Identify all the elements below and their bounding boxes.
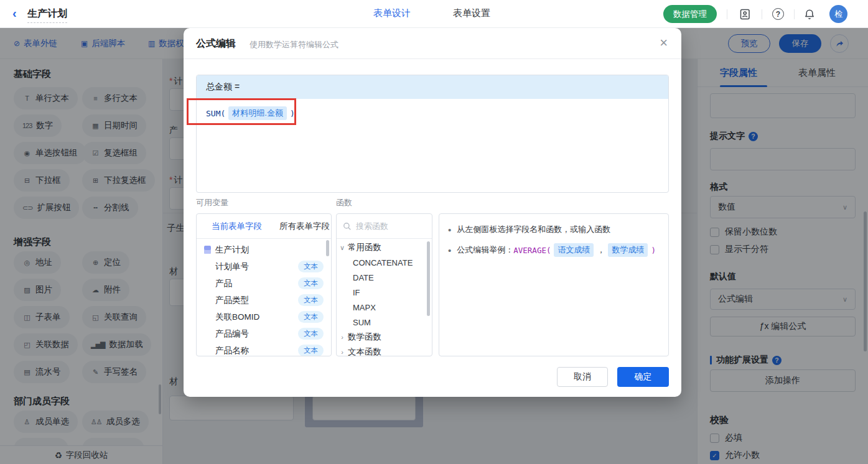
chevron-right-icon: › [337,348,348,356]
type-badge: 文本 [298,311,324,323]
bullet-icon: • [448,225,451,235]
formula-function: SUM( [206,109,225,118]
formula-field-chip[interactable]: 材料明细.金额 [228,106,287,120]
modal-subtitle: 使用数学运算符编辑公式 [250,39,338,50]
document-icon [204,246,211,254]
function-group-common[interactable]: ∨常用函数 [337,240,432,255]
avatar[interactable]: 检 [829,5,847,23]
data-manage-button[interactable]: 数据管理 [663,5,717,23]
type-badge: 文本 [298,277,324,289]
function-item[interactable]: MAPX [337,300,432,315]
variable-field-row[interactable]: 关联BOMID文本 [197,309,331,325]
variables-label: 可用变量 [196,197,228,208]
back-icon[interactable]: ‹ [12,6,17,21]
hint-line-1: • 从左侧面板选择字段名和函数，或输入函数 [448,224,660,235]
example-close-paren: ) [651,246,656,255]
function-item[interactable]: CONCATENATE [337,255,432,270]
example-field-chip: 数学成绩 [608,243,648,257]
cancel-button[interactable]: 取消 [557,367,608,387]
formula-target: 总金额 = [197,75,668,99]
tab-current-form-fields[interactable]: 当前表单字段 [212,221,262,232]
search-input[interactable] [356,221,418,231]
hint-line-2: • 公式编辑举例： AVERAGE( 语文成绩 ， 数学成绩 ) [448,243,660,257]
modal-header: 公式编辑 使用数学运算符编辑公式 × [184,28,681,59]
formula-close-paren: ) [290,109,295,118]
example-field-chip: 语文成绩 [554,243,594,257]
modal-title: 公式编辑 [196,37,236,50]
help-icon[interactable]: ? [772,7,785,21]
type-badge: 文本 [298,345,324,356]
function-group-text[interactable]: ›文本函数 [337,345,432,356]
divider [762,9,762,19]
tree-root[interactable]: 生产计划 [197,241,331,258]
function-search[interactable] [337,214,432,239]
divider [794,9,795,19]
bullet-icon: • [448,245,451,256]
tab-form-design[interactable]: 表单设计 [373,7,411,19]
chevron-right-icon: › [337,333,348,341]
type-badge: 文本 [298,261,324,272]
formula-edit-modal: 公式编辑 使用数学运算符编辑公式 × 总金额 = SUM( 材料明细.金额 ) … [184,28,681,397]
app: ‹ 生产计划 表单设计 表单设置 数据管理 ? 检 ⊘ 表 [0,0,868,464]
formula-expression[interactable]: SUM( 材料明细.金额 ) [206,106,295,120]
top-bar: ‹ 生产计划 表单设计 表单设置 数据管理 ? 检 [0,0,868,28]
variable-field-row[interactable]: 产品编号文本 [197,325,331,342]
function-item[interactable]: DATE [337,270,432,285]
close-icon[interactable]: × [660,35,668,51]
variables-scrollbar[interactable] [326,240,329,256]
example-comma: ， [597,244,605,256]
function-item[interactable]: SUM [337,315,432,330]
page-title: 生产计划 [27,7,67,23]
contact-book-icon[interactable] [738,7,751,21]
example-function: AVERAGE( [513,246,551,255]
chevron-down-icon: ∨ [337,244,348,252]
function-item[interactable]: IF [337,285,432,300]
variable-field-row[interactable]: 计划单号文本 [197,258,331,275]
notification-bell-icon[interactable] [803,7,816,21]
function-group-math[interactable]: ›数学函数 [337,330,432,345]
functions-scrollbar[interactable] [427,241,430,316]
hints-panel: • 从左侧面板选择字段名和函数，或输入函数 • 公式编辑举例： AVERAGE(… [439,213,669,356]
variable-field-row[interactable]: 产品文本 [197,275,331,292]
variable-field-row[interactable]: 产品类型文本 [197,292,331,309]
type-badge: 文本 [298,294,324,306]
tab-form-settings[interactable]: 表单设置 [453,7,490,19]
variables-panel: 当前表单字段 所有表单字段 生产计划 计划单号文本 产品文本 产品类型文本 关联… [196,213,332,356]
variables-tabs: 当前表单字段 所有表单字段 [197,214,331,239]
variable-field-row[interactable]: 产品名称文本 [197,342,331,356]
formula-editor[interactable]: 总金额 = SUM( 材料明细.金额 ) [196,75,669,193]
tab-all-form-fields[interactable]: 所有表单字段 [279,221,330,232]
confirm-button[interactable]: 确定 [617,367,669,387]
type-badge: 文本 [298,328,324,340]
functions-label: 函数 [336,197,352,208]
functions-panel: ∨常用函数 CONCATENATE DATE IF MAPX SUM ›数学函数… [336,213,432,356]
divider [727,9,727,19]
search-icon [343,222,352,231]
